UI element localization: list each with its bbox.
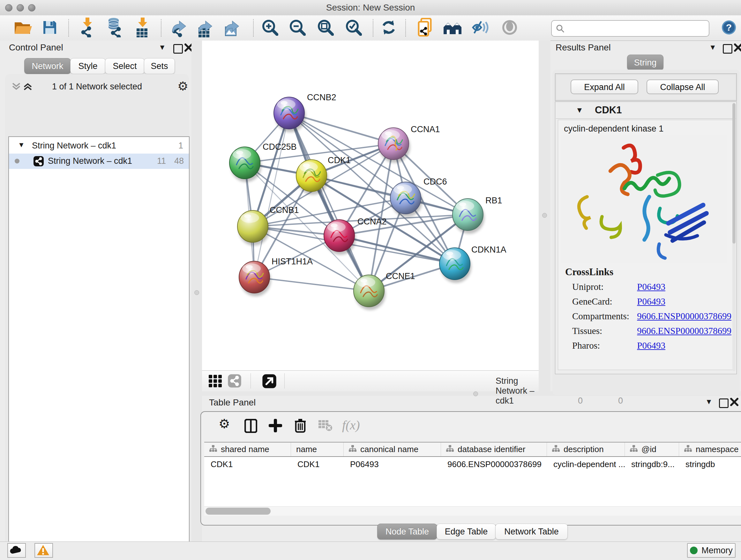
import-network-file-icon[interactable] bbox=[80, 17, 94, 39]
tab-edge-table[interactable]: Edge Table bbox=[436, 523, 496, 540]
results-panel-float-icon[interactable] bbox=[723, 44, 732, 54]
show-columns-icon[interactable] bbox=[245, 419, 257, 434]
export-table-icon[interactable] bbox=[197, 17, 212, 39]
table-cell[interactable]: stringdb bbox=[679, 457, 741, 472]
show-all-icon[interactable] bbox=[502, 19, 518, 37]
node-label-CDKN1A: CDKN1A bbox=[471, 245, 507, 254]
refresh-icon[interactable] bbox=[381, 19, 397, 37]
table-scrollbar-thumb[interactable] bbox=[205, 508, 271, 515]
node-CCNE1[interactable] bbox=[354, 275, 386, 310]
zoom-out-icon[interactable] bbox=[289, 19, 306, 37]
horizontal-splitter-handle[interactable] bbox=[473, 391, 478, 396]
warning-button[interactable] bbox=[35, 543, 53, 558]
node-RB1[interactable] bbox=[453, 199, 484, 234]
column-header-canonical-name[interactable]: canonical name bbox=[344, 442, 441, 456]
crosslink-link[interactable]: 9606.ENSP00000378699 bbox=[637, 326, 731, 336]
table-cell[interactable]: CDK1 bbox=[291, 457, 344, 472]
node-CCNB2[interactable] bbox=[274, 97, 306, 132]
tab-network[interactable]: Network bbox=[24, 58, 71, 74]
column-header-namespace[interactable]: namespace bbox=[679, 442, 741, 456]
crosslink-link[interactable]: P06493 bbox=[637, 282, 665, 292]
export-network-icon[interactable] bbox=[171, 17, 186, 39]
tab-sets[interactable]: Sets bbox=[144, 58, 175, 74]
control-panel-float-icon[interactable] bbox=[173, 44, 183, 54]
table-cell[interactable]: CDK1 bbox=[204, 457, 291, 472]
tab-node-table[interactable]: Node Table bbox=[377, 523, 437, 540]
table-cell[interactable]: stringdb:9... bbox=[625, 457, 679, 472]
search-input[interactable] bbox=[567, 22, 705, 34]
node-CDC25B[interactable] bbox=[229, 147, 261, 182]
control-panel: Control Panel ▼ NetworkStyleSelectSets 1… bbox=[0, 41, 192, 542]
column-type-icon bbox=[552, 442, 560, 456]
cloud-button[interactable] bbox=[7, 543, 26, 558]
table-settings-gear-icon[interactable]: ⚙ bbox=[219, 416, 230, 431]
expand-all-button[interactable]: Expand All bbox=[570, 79, 638, 94]
search-box[interactable] bbox=[551, 20, 710, 37]
crosslink-link[interactable]: 9606.ENSP00000378699 bbox=[637, 311, 731, 321]
add-column-icon[interactable] bbox=[269, 419, 282, 434]
column-type-icon bbox=[684, 442, 692, 456]
node-CDKN1A[interactable] bbox=[440, 248, 471, 283]
table-cell[interactable]: 9606.ENSP00000378699 bbox=[441, 457, 547, 472]
import-table-icon[interactable] bbox=[136, 17, 149, 39]
tab-string[interactable]: String bbox=[627, 55, 664, 71]
node-CCNA1[interactable] bbox=[378, 128, 410, 163]
memory-button[interactable]: Memory bbox=[687, 543, 736, 558]
edge-CCNB2-HIST1H1A[interactable] bbox=[254, 113, 289, 277]
first-neighbors-icon[interactable] bbox=[443, 19, 463, 37]
node-HIST1H1A[interactable] bbox=[239, 261, 271, 296]
table-row[interactable]: CDK1CDK1P064939606.ENSP00000378699cyclin… bbox=[204, 457, 741, 472]
column-header-name[interactable]: name bbox=[291, 442, 344, 456]
detach-view-icon[interactable] bbox=[262, 374, 277, 390]
node-label-CCNA2: CCNA2 bbox=[357, 217, 387, 226]
save-session-icon[interactable] bbox=[42, 20, 57, 37]
table-cell[interactable]: P06493 bbox=[344, 457, 441, 472]
hide-selected-icon[interactable] bbox=[472, 19, 490, 37]
right-splitter[interactable] bbox=[539, 41, 550, 396]
zoom-in-icon[interactable] bbox=[262, 19, 278, 37]
import-network-database-icon[interactable] bbox=[105, 17, 122, 39]
node-CDK1[interactable] bbox=[296, 160, 328, 195]
left-splitter-handle[interactable] bbox=[194, 290, 199, 295]
table-cell[interactable]: cyclin-dependent ... bbox=[547, 457, 625, 472]
table-horizontal-scrollbar[interactable] bbox=[204, 506, 741, 516]
tab-network-table[interactable]: Network Table bbox=[495, 523, 568, 540]
zoom-selected-icon[interactable] bbox=[345, 19, 362, 37]
gene-collapse-icon[interactable]: ▼ bbox=[576, 106, 583, 115]
crosslink-link[interactable]: P06493 bbox=[637, 296, 665, 307]
right-splitter-handle[interactable] bbox=[542, 213, 547, 218]
node-CDC6[interactable] bbox=[390, 182, 422, 217]
column-header-shared-name[interactable]: shared name bbox=[204, 442, 291, 456]
network-collection-row[interactable]: ▼ String Network – cdk1 1 bbox=[9, 138, 189, 153]
open-in-string-icon[interactable] bbox=[417, 18, 433, 38]
crosslink-link[interactable]: P06493 bbox=[637, 340, 665, 351]
help-button[interactable]: ? bbox=[722, 20, 736, 36]
results-panel-close-icon[interactable] bbox=[734, 44, 741, 53]
zoom-fit-icon[interactable] bbox=[317, 19, 334, 37]
tab-style[interactable]: Style bbox=[70, 58, 106, 74]
network-edge-count: 48 bbox=[174, 156, 184, 166]
column-header-description[interactable]: description bbox=[547, 442, 625, 456]
table-panel-collapse-icon[interactable]: ▼ bbox=[705, 397, 713, 406]
network-share-icon[interactable] bbox=[227, 374, 242, 389]
table-panel-float-icon[interactable] bbox=[719, 398, 729, 408]
collapse-all-button[interactable]: Collapse All bbox=[647, 79, 719, 94]
results-panel-collapse-icon[interactable]: ▼ bbox=[709, 43, 717, 52]
results-scrollbar[interactable] bbox=[732, 103, 736, 371]
tab-select[interactable]: Select bbox=[105, 58, 145, 74]
table-panel-close-icon[interactable] bbox=[730, 398, 738, 408]
network-canvas[interactable]: CCNB2CCNA1CDC25BCDK1CDC6RB1CCNB1CCNA2CDK… bbox=[202, 41, 539, 370]
export-image-icon[interactable] bbox=[224, 17, 239, 39]
node-table[interactable]: shared namenamecanonical namedatabase id… bbox=[204, 442, 741, 506]
gene-section-header[interactable]: ▼ CDK1 bbox=[556, 103, 736, 119]
network-options-gear-icon[interactable]: ⚙ bbox=[178, 79, 188, 93]
network-row[interactable]: String Network – cdk1 11 48 bbox=[9, 153, 189, 169]
delete-column-trash-icon[interactable] bbox=[294, 418, 307, 434]
column-header--id[interactable]: @id bbox=[625, 442, 679, 456]
grid-view-icon[interactable] bbox=[208, 374, 222, 389]
open-session-icon[interactable] bbox=[14, 20, 32, 37]
control-panel-collapse-icon[interactable]: ▼ bbox=[158, 43, 166, 52]
collection-expand-icon[interactable]: ▼ bbox=[18, 141, 25, 149]
column-header-database-identifier[interactable]: database identifier bbox=[441, 442, 547, 456]
edge-HIST1H1A-CCNE1[interactable] bbox=[254, 277, 369, 291]
